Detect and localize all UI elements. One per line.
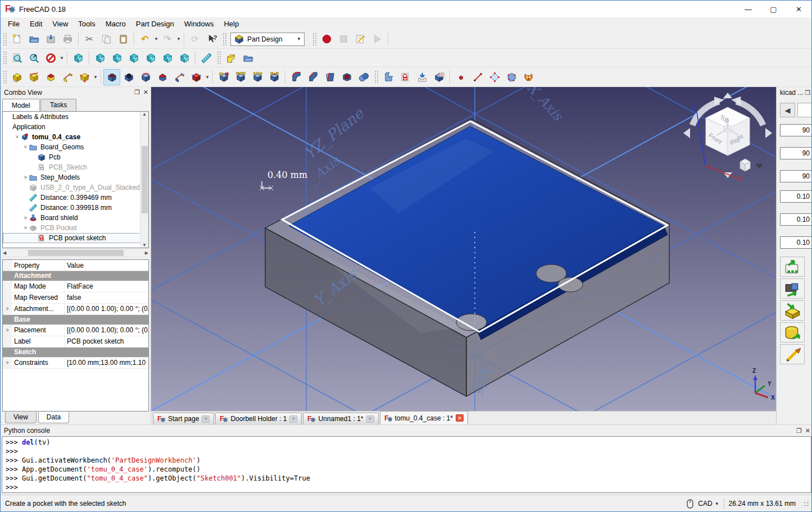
scroll-thumb[interactable] (142, 146, 148, 213)
3d-viewport[interactable]: 0.40 mm YZ_Plane _Axis Y_Axis _Axis X_Ax… (151, 87, 776, 411)
redo-button-dropdown[interactable]: ▼ (176, 31, 182, 47)
tab-close-icon[interactable]: ✕ (289, 415, 297, 423)
copy-button[interactable] (98, 31, 115, 47)
undo-button[interactable]: ↶ (137, 31, 153, 47)
tree-item-distance-0-399918-mm[interactable]: Distance: 0.399918 mm (3, 203, 148, 213)
kicad-edit-button[interactable] (780, 344, 805, 364)
hole-button[interactable] (120, 69, 137, 85)
python-console-float-icon[interactable]: ❐ (796, 427, 802, 435)
additive-primitive-button-dropdown[interactable]: ▼ (93, 69, 98, 85)
local-coordinate-system-button[interactable] (503, 69, 520, 85)
pad-button[interactable] (8, 69, 25, 85)
document-tab-unnamed1-1-[interactable]: FUnnamed1 : 1*✕ (303, 413, 378, 424)
axonometric-view-button[interactable] (70, 50, 87, 66)
groove-button[interactable] (137, 69, 154, 85)
python-console-input[interactable]: >>> del(tv)>>>>>> Gui.activateWorkbench(… (2, 436, 811, 493)
additive-pipe-button[interactable] (59, 69, 76, 85)
rear-view-button[interactable] (142, 50, 159, 66)
bottom-view-button[interactable] (159, 50, 176, 66)
scroll-thumb-h[interactable] (28, 250, 124, 256)
kicad-offset-input-1[interactable]: 0.10 (780, 190, 812, 203)
kicad-offset-input-3[interactable]: 0.10 (780, 236, 812, 249)
draw-style-button[interactable] (42, 50, 59, 66)
front-view-button[interactable] (92, 50, 108, 66)
tab-close-icon[interactable]: ✕ (202, 415, 210, 423)
shape-binder-button[interactable] (520, 69, 537, 85)
subtractive-primitive-button-dropdown[interactable]: ▼ (205, 69, 210, 85)
measure-distance-button[interactable] (198, 50, 215, 66)
property-value[interactable]: false (65, 292, 148, 303)
menu-windows[interactable]: Windows (179, 19, 219, 29)
left-view-button[interactable] (176, 50, 193, 66)
property-row[interactable]: ˃Placement[(0.00 0.00 1.00); 0.00 °; (0.… (3, 325, 148, 336)
toolbar-grip[interactable] (3, 51, 7, 65)
tree-item-usb-2-0-type-a-dual-stacked-ja[interactable]: USB_2_0_type_A_Dual_Stacked_jac (3, 182, 148, 193)
macro-play-button[interactable] (369, 31, 385, 47)
zoom-selection-button[interactable] (25, 50, 42, 66)
tree-horizontal-scrollbar[interactable]: ◀ ▶ (2, 249, 149, 257)
property-value[interactable]: [(0.00 0.00 1.00); 0.00 °; (0.... (65, 304, 148, 314)
subtractive-pipe-button[interactable] (171, 69, 188, 85)
property-value[interactable]: FlatFace (65, 281, 148, 292)
toolbar-grip[interactable] (3, 70, 7, 84)
property-group-base[interactable]: Base (3, 315, 148, 325)
tab-view[interactable]: View (5, 412, 37, 423)
print-document-button[interactable] (59, 31, 76, 47)
tree-item-pcb[interactable]: Pcb (3, 152, 148, 162)
nav-cube-menu-button[interactable] (740, 159, 763, 171)
macro-record-button[interactable] (318, 31, 335, 47)
kicad-offset-input-2[interactable]: 0.10 (780, 213, 812, 226)
expand-icon[interactable]: ˃ (3, 325, 12, 336)
tree-item-pcb-sketch[interactable]: PCB_Sketch (3, 162, 148, 172)
menu-part-design[interactable]: Part Design (131, 19, 179, 29)
chamfer-button[interactable] (305, 69, 321, 85)
tab-model[interactable]: Model (2, 99, 40, 112)
open-document-button[interactable] (25, 31, 42, 47)
tree-item-pcb-pocket-sketch[interactable]: PCB pocket sketch (3, 233, 148, 243)
toolbar-grip[interactable] (223, 33, 226, 46)
property-group-attachment[interactable]: Attachment (3, 271, 148, 281)
tree-header[interactable]: Labels & Attributes (3, 112, 148, 122)
navigation-style-selector[interactable]: CAD▼ (698, 500, 719, 508)
mirrored-button[interactable] (215, 69, 232, 85)
thickness-button[interactable] (338, 69, 355, 85)
paste-button[interactable] (115, 31, 131, 47)
toolbar-grip[interactable] (312, 33, 316, 46)
draw-style-button-dropdown[interactable]: ▼ (59, 50, 65, 66)
whats-this-button[interactable]: ? (203, 31, 220, 47)
document-tab-start-page[interactable]: FStart page✕ (153, 413, 214, 424)
tree-item-step-models[interactable]: ˃Step_Models (3, 172, 148, 182)
minimize-button[interactable]: — (736, 1, 761, 17)
additive-loft-button[interactable] (42, 69, 59, 85)
tree-expander-icon[interactable]: ˅ (22, 225, 29, 231)
tree-item-tomu-0-4-case[interactable]: ˅tomu_0.4_case (3, 132, 148, 142)
save-document-button[interactable] (42, 31, 59, 47)
tree-root-application[interactable]: Application (3, 122, 148, 132)
nav-left-arrow-icon[interactable] (683, 128, 690, 138)
close-button[interactable]: ✕ (786, 1, 811, 17)
property-row[interactable]: Map Reversedfalse (3, 292, 148, 304)
map-sketch-button[interactable] (414, 69, 430, 85)
tree-vertical-scrollbar[interactable]: ▲ ▼ (140, 112, 148, 248)
property-group-sketch[interactable]: Sketch (3, 348, 148, 358)
kicad-export-board-button[interactable] (780, 300, 805, 321)
linear-pattern-button[interactable] (232, 69, 249, 85)
multi-transform-button[interactable] (266, 69, 283, 85)
document-tab-tomu-0-4-case-1-[interactable]: Ftomu_0.4_case : 1*✕ (380, 411, 468, 424)
kicad-load-parts-button[interactable] (780, 278, 805, 299)
tree-expander-icon[interactable]: ˃ (22, 175, 29, 180)
tree-item-pcb-pocket[interactable]: ˅PCB Pocket (3, 223, 148, 233)
polar-pattern-button[interactable] (249, 69, 266, 85)
kicad-prev-button[interactable]: ◀ (780, 103, 795, 117)
tree-expander-icon[interactable]: ˅ (22, 144, 29, 150)
create-part-button[interactable] (223, 50, 239, 66)
right-view-button[interactable] (125, 50, 142, 66)
workbench-selector[interactable]: Part Design▼ (230, 33, 305, 46)
toolbar-grip[interactable] (3, 33, 7, 46)
kicad-rotation-input-3[interactable]: 90 (780, 170, 812, 182)
menu-edit[interactable]: Edit (25, 19, 47, 29)
fit-all-button[interactable] (8, 50, 25, 66)
toolbar-grip[interactable] (217, 51, 221, 65)
create-group-button[interactable] (239, 50, 256, 66)
new-document-button[interactable] (8, 31, 25, 47)
